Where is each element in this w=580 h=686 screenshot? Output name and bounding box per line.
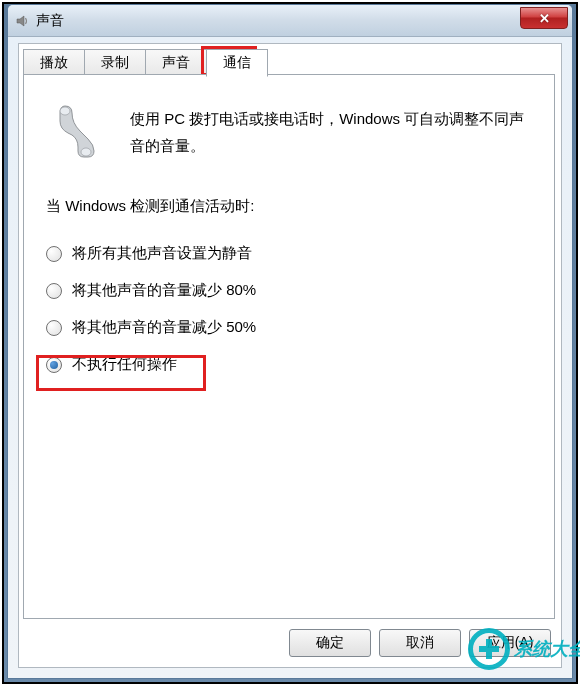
radio-indicator bbox=[46, 283, 62, 299]
intro-text: 使用 PC 拨打电话或接电话时，Windows 可自动调整不同声音的音量。 bbox=[130, 105, 532, 159]
tab-strip: 播放 录制 声音 通信 bbox=[23, 49, 565, 77]
close-button[interactable]: ✕ bbox=[520, 7, 568, 29]
tab-playback[interactable]: 播放 bbox=[23, 49, 85, 77]
communications-panel: 使用 PC 拨打电话或接电话时，Windows 可自动调整不同声音的音量。 当 … bbox=[23, 74, 555, 619]
close-icon: ✕ bbox=[539, 11, 550, 26]
watermark-text: 系统大全 bbox=[514, 637, 580, 661]
radio-reduce-50[interactable]: 将其他声音的音量减少 50% bbox=[46, 318, 532, 337]
tab-label: 声音 bbox=[162, 54, 190, 70]
content-area: 播放 录制 声音 通信 使用 PC 拨打电话或接电话时，Windows 可自动调… bbox=[18, 43, 562, 668]
svg-point-1 bbox=[81, 148, 91, 156]
intro-row: 使用 PC 拨打电话或接电话时，Windows 可自动调整不同声音的音量。 bbox=[46, 101, 532, 161]
cancel-button[interactable]: 取消 bbox=[379, 629, 461, 657]
radio-indicator bbox=[46, 357, 62, 373]
radio-label: 将其他声音的音量减少 50% bbox=[72, 318, 256, 337]
svg-point-0 bbox=[60, 107, 70, 115]
radio-group: 将所有其他声音设置为静音 将其他声音的音量减少 80% 将其他声音的音量减少 5… bbox=[46, 244, 532, 374]
radio-reduce-80[interactable]: 将其他声音的音量减少 80% bbox=[46, 281, 532, 300]
window-title: 声音 bbox=[36, 12, 64, 30]
radio-indicator bbox=[46, 246, 62, 262]
tab-communications[interactable]: 通信 bbox=[206, 49, 268, 77]
tab-label: 通信 bbox=[223, 54, 251, 70]
watermark-logo-icon bbox=[468, 628, 510, 670]
phone-handset-icon bbox=[50, 101, 100, 161]
section-label: 当 Windows 检测到通信活动时: bbox=[46, 197, 532, 216]
outer-frame: 声音 ✕ 播放 录制 声音 通信 bbox=[2, 2, 578, 684]
sound-icon bbox=[14, 13, 30, 29]
tab-sounds[interactable]: 声音 bbox=[145, 49, 207, 77]
sound-dialog: 声音 ✕ 播放 录制 声音 通信 bbox=[7, 4, 573, 679]
radio-indicator bbox=[46, 320, 62, 336]
radio-label: 将所有其他声音设置为静音 bbox=[72, 244, 252, 263]
watermark: 系统大全 bbox=[468, 628, 580, 670]
radio-mute-all[interactable]: 将所有其他声音设置为静音 bbox=[46, 244, 532, 263]
radio-label: 将其他声音的音量减少 80% bbox=[72, 281, 256, 300]
tab-label: 播放 bbox=[40, 54, 68, 70]
tab-recording[interactable]: 录制 bbox=[84, 49, 146, 77]
radio-label: 不执行任何操作 bbox=[72, 355, 177, 374]
ok-button[interactable]: 确定 bbox=[289, 629, 371, 657]
tab-label: 录制 bbox=[101, 54, 129, 70]
radio-do-nothing[interactable]: 不执行任何操作 bbox=[46, 355, 532, 374]
titlebar[interactable]: 声音 ✕ bbox=[8, 5, 572, 37]
